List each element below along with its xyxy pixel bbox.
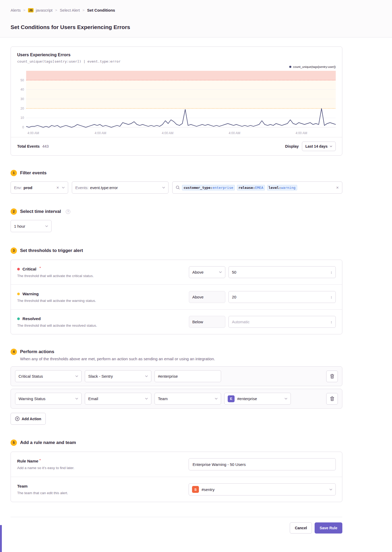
filter-token[interactable]: release:EMEA xyxy=(237,185,265,190)
resolved-threshold-input[interactable]: Automatic ↕ xyxy=(228,316,336,328)
rule-name-row: Rule Name * Add a name so it's easy to f… xyxy=(11,452,342,477)
rule-name-input[interactable] xyxy=(189,458,336,470)
total-events-value: 443 xyxy=(42,144,49,148)
token-value: EMEA xyxy=(255,186,263,190)
step-actions-heading: 4 Perform actions xyxy=(11,349,342,355)
help-icon[interactable]: ? xyxy=(66,209,70,214)
token-value: warning xyxy=(281,186,296,190)
step-number-badge: 3 xyxy=(11,247,17,254)
legend-dot-icon xyxy=(289,66,291,68)
step-naming-title: Add a rule name and team xyxy=(20,440,76,445)
save-rule-button[interactable]: Save Rule xyxy=(315,522,342,534)
total-events-label: Total Events xyxy=(17,144,40,148)
warning-threshold-input[interactable]: 20 ↕ xyxy=(228,291,336,303)
step-filter-title: Filter events xyxy=(20,170,46,176)
breadcrumb-project[interactable]: javascript xyxy=(36,8,52,12)
y-tick-label: 10 xyxy=(21,116,24,120)
step-interval-heading: 2 Select time interval ? xyxy=(11,208,342,215)
step-interval-title: Select time interval xyxy=(20,209,61,214)
action-trigger-select[interactable]: Critical Status xyxy=(15,370,82,382)
time-interval-select[interactable]: 1 hour xyxy=(11,220,52,232)
breadcrumb-current: Set Conditions xyxy=(87,8,115,12)
action-service-select[interactable]: Email xyxy=(85,393,151,405)
step-filter-heading: 1 Filter events xyxy=(11,170,342,176)
resolved-status-dot-icon xyxy=(17,317,20,320)
chevron-down-icon xyxy=(330,146,332,147)
warning-threshold-value: 20 xyxy=(232,295,236,299)
time-interval-value: 1 hour xyxy=(14,224,25,228)
step-number-badge: 5 xyxy=(11,439,17,446)
rule-name-description: Add a name so it's easy to find later. xyxy=(17,466,74,470)
critical-label: Critical xyxy=(22,267,36,272)
breadcrumb: Alerts > JS javascript > Select Alert > … xyxy=(11,8,381,12)
tag-filter-search-input[interactable]: customer_type:enterprise release:EMEA le… xyxy=(172,181,342,194)
thresholds-panel: Critical * The threshold that will activ… xyxy=(11,260,342,334)
delete-action-button[interactable] xyxy=(326,393,338,405)
x-tick-label: 4:00 AM xyxy=(95,131,106,135)
action-channel-input[interactable]: #enterprise xyxy=(155,370,221,382)
action-target-type-value: Team xyxy=(158,396,168,401)
action-row-critical: Critical Status Slack - Sentry #enterpri… xyxy=(11,366,342,386)
project-platform-badge: JS xyxy=(28,8,34,12)
breadcrumb-separator: > xyxy=(55,8,57,12)
action-service-value: Slack - Sentry xyxy=(88,374,113,378)
page-header: Alerts > JS javascript > Select Alert > … xyxy=(0,0,392,38)
required-asterisk: * xyxy=(40,266,41,270)
team-description: The team that can edit this alert. xyxy=(17,491,68,495)
threshold-row-resolved: Resolved The threshold that will activat… xyxy=(11,309,342,334)
events-select-value: event.type:error xyxy=(90,185,118,190)
breadcrumb-select-alert[interactable]: Select Alert xyxy=(60,8,80,12)
number-stepper-icon[interactable]: ↕ xyxy=(330,295,332,299)
chevron-down-icon xyxy=(162,187,165,189)
trash-icon xyxy=(330,396,334,401)
chart-query: count_unique(tags[sentry:user]) | event.… xyxy=(17,59,336,63)
x-tick-label: 4:00 AM xyxy=(27,131,39,135)
chevron-down-icon xyxy=(329,489,332,490)
team-label: Team xyxy=(17,484,27,489)
critical-comparison-select[interactable]: Above xyxy=(189,266,225,278)
team-select[interactable]: S #sentry xyxy=(189,483,336,495)
filter-token[interactable]: customer_type:enterprise xyxy=(182,185,235,190)
threshold-row-critical: Critical * The threshold that will activ… xyxy=(11,260,342,284)
environment-select[interactable]: Env: prod ✕ xyxy=(11,181,68,194)
action-trigger-select[interactable]: Warning Status xyxy=(15,393,82,405)
page-edge-accent-bar xyxy=(0,525,2,552)
chevron-down-icon xyxy=(145,398,148,400)
action-team-value: #enterprise xyxy=(237,396,257,401)
cancel-button[interactable]: Cancel xyxy=(290,522,312,534)
chevron-down-icon xyxy=(219,271,222,273)
filter-token[interactable]: level:warning xyxy=(267,185,297,190)
number-stepper-icon[interactable]: ↕ xyxy=(330,270,332,274)
y-tick-label: 40 xyxy=(21,88,24,91)
token-key: customer_type: xyxy=(184,186,213,190)
display-range-dropdown[interactable]: Last 14 days xyxy=(302,142,336,151)
breadcrumb-alerts[interactable]: Alerts xyxy=(11,8,21,12)
step-thresholds-heading: 3 Set thresholds to trigger alert xyxy=(11,247,342,254)
action-service-select[interactable]: Slack - Sentry xyxy=(85,370,151,382)
events-select-prefix: Events: xyxy=(75,185,88,190)
actions-description: When any of the thresholds above are met… xyxy=(20,357,342,361)
resolved-comparison-static: Below xyxy=(189,316,225,328)
delete-action-button[interactable] xyxy=(326,371,338,382)
number-stepper-icon[interactable]: ↕ xyxy=(330,320,332,324)
warning-comparison-value: Above xyxy=(192,295,204,299)
step-number-badge: 4 xyxy=(11,349,17,355)
action-service-value: Email xyxy=(88,396,98,401)
action-team-select[interactable]: E #enterprise xyxy=(224,393,291,405)
critical-threshold-input[interactable]: 50 ↕ xyxy=(228,266,336,278)
clear-search-icon[interactable]: ✕ xyxy=(336,186,339,190)
action-channel-value: #enterprise xyxy=(158,374,178,378)
rule-name-label: Rule Name xyxy=(17,459,38,464)
warning-comparison-static: Above xyxy=(189,291,225,303)
clear-environment-icon[interactable]: ✕ xyxy=(56,186,59,190)
critical-status-dot-icon xyxy=(17,268,20,270)
y-tick-label: 20 xyxy=(21,107,24,110)
step-naming-heading: 5 Add a rule name and team xyxy=(11,439,342,446)
add-action-button[interactable]: Add Action xyxy=(11,413,46,425)
action-target-type-select[interactable]: Team xyxy=(155,393,221,405)
team-avatar: S xyxy=(192,486,199,493)
events-type-select[interactable]: Events: event.type:error xyxy=(72,181,169,194)
warning-description: The threshold that will activate the war… xyxy=(17,299,96,303)
threshold-row-warning: Warning The threshold that will activate… xyxy=(11,284,342,309)
trash-icon xyxy=(330,374,334,378)
